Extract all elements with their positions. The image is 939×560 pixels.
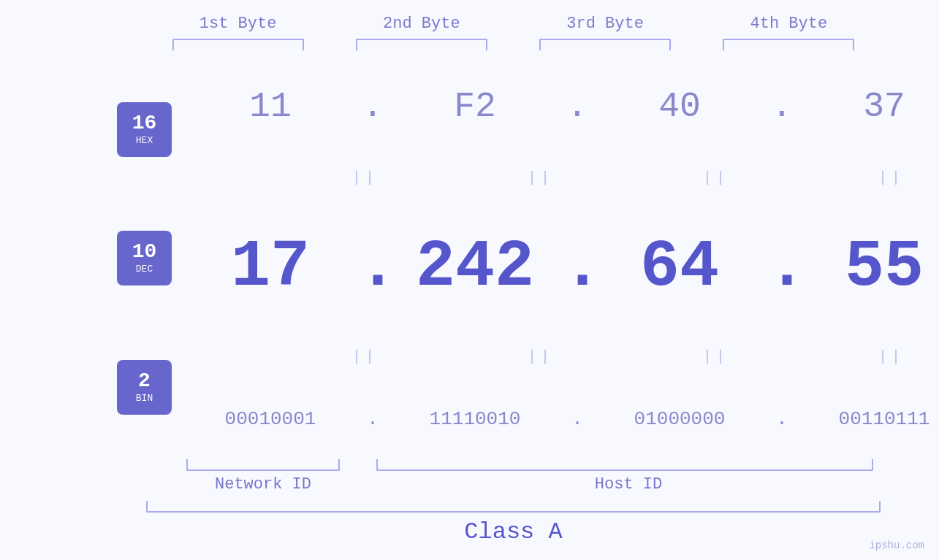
byte4-header: 4th Byte — [715, 15, 862, 33]
hex-number: 16 — [132, 113, 157, 134]
eq6: || — [468, 348, 614, 365]
dot7: . — [358, 408, 387, 430]
dot9: . — [767, 408, 797, 430]
eq3: || — [643, 169, 789, 186]
dec-badge: 10 DEC — [117, 231, 172, 285]
bin-b3: 01000000 — [607, 408, 753, 430]
class-bracket — [146, 501, 881, 513]
dec-row: 17 . 242 . 64 . 55 — [190, 230, 939, 304]
network-bracket — [186, 459, 340, 471]
hex-b3: 40 — [607, 87, 753, 126]
eq4: || — [818, 169, 939, 186]
base-labels: 16 HEX 10 DEC 2 BIN — [117, 65, 190, 452]
dec-name: DEC — [136, 264, 153, 275]
main-container: 1st Byte 2nd Byte 3rd Byte 4th Byte 16 H… — [0, 0, 939, 560]
sep2: || || || || — [190, 348, 939, 365]
class-bracket-row — [146, 501, 881, 513]
data-area: 16 HEX 10 DEC 2 BIN 11 . — [117, 65, 881, 452]
hex-b4: 37 — [811, 87, 939, 126]
hex-name: HEX — [136, 135, 153, 146]
bracket-byte1 — [172, 39, 304, 50]
byte2-header: 2nd Byte — [349, 15, 495, 33]
bin-row: 00010001 . 11110010 . 01000000 . — [190, 408, 939, 430]
bin-name: BIN — [136, 393, 153, 404]
hex-b2: F2 — [402, 87, 548, 126]
bin-b2: 11110010 — [402, 408, 548, 430]
bracket-byte3 — [539, 39, 671, 50]
dec-number: 10 — [132, 242, 157, 262]
bottom-section: Network ID Host ID Class A — [117, 459, 881, 545]
network-host-labels: Network ID Host ID — [146, 475, 881, 494]
dec-b2: 242 — [402, 234, 548, 300]
eq7: || — [643, 348, 789, 365]
byte-headers: 1st Byte 2nd Byte 3rd Byte 4th Byte — [117, 15, 881, 33]
byte3-header: 3rd Byte — [532, 15, 678, 33]
sep1: || || || || — [190, 169, 939, 186]
values-grid: 11 . F2 . 40 . 37 — [190, 65, 939, 452]
bracket-byte2 — [356, 39, 487, 50]
byte1-header: 1st Byte — [165, 15, 311, 33]
bin-b4: 00110111 — [811, 408, 939, 430]
bin-badge: 2 BIN — [117, 360, 172, 415]
hex-b1: 11 — [197, 87, 343, 126]
eq1: || — [292, 169, 438, 186]
eq5: || — [292, 348, 438, 365]
dot2: . — [563, 87, 592, 126]
top-brackets — [117, 39, 881, 50]
dec-b1: 17 — [197, 234, 343, 300]
network-host-brackets — [146, 459, 881, 471]
dot1: . — [358, 87, 387, 126]
bracket-byte4 — [723, 39, 854, 50]
class-label: Class A — [146, 518, 881, 545]
dot3: . — [767, 87, 797, 126]
hex-row: 11 . F2 . 40 . 37 — [190, 87, 939, 126]
watermark: ipshu.com — [869, 540, 924, 551]
eq8: || — [818, 348, 939, 365]
bin-b1: 00010001 — [197, 408, 343, 430]
eq2: || — [468, 169, 614, 186]
host-bracket — [376, 459, 873, 471]
host-id-label: Host ID — [376, 475, 881, 494]
dec-b4: 55 — [811, 234, 939, 300]
dot5: . — [563, 230, 592, 304]
network-id-label: Network ID — [186, 475, 340, 494]
dot8: . — [563, 408, 592, 430]
dot4: . — [358, 230, 387, 304]
hex-badge: 16 HEX — [117, 102, 172, 157]
dec-b3: 64 — [607, 234, 753, 300]
bin-number: 2 — [138, 371, 151, 391]
dot6: . — [767, 230, 797, 304]
